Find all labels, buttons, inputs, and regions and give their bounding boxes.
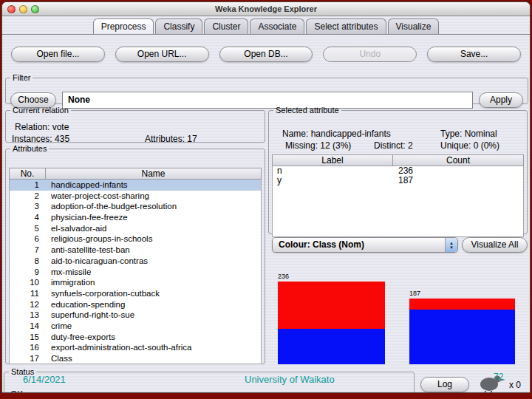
attribute-name: religious-groups-in-schools: [44, 233, 152, 245]
attribute-row[interactable]: 5el-salvador-aid: [10, 223, 261, 234]
attribute-no: 11: [10, 288, 44, 299]
attribute-row[interactable]: 6religious-groups-in-schools: [10, 233, 261, 245]
status-message: OK: [10, 389, 23, 393]
save-button[interactable]: Save...: [427, 47, 521, 62]
attribute-name: duty-free-exports: [44, 332, 115, 343]
attribute-row[interactable]: 14crime: [10, 321, 261, 332]
overlay-university: University of Waikato: [245, 374, 335, 385]
histogram: 236187: [272, 256, 528, 366]
selected-attribute-missing: Missing: 12 (3%): [285, 140, 351, 151]
attributes-section: Attributes No. Name 1handicapped-infants…: [5, 144, 265, 364]
instances-count: Instances: 435: [12, 134, 69, 144]
attribute-name: mx-missile: [44, 267, 91, 278]
attribute-row[interactable]: 1handicapped-infants: [10, 180, 261, 191]
undo-button: Undo: [323, 47, 417, 62]
selected-attribute-type: Type: Nominal: [440, 129, 497, 139]
selected-attribute-legend: Selected attribute: [273, 106, 341, 115]
relation-name: Relation: vote: [15, 122, 69, 132]
attribute-row[interactable]: 4physician-fee-freeze: [10, 212, 261, 223]
label-count-header: Label Count: [272, 154, 524, 166]
attributes-table-header: No. Name: [9, 168, 262, 180]
titlebar[interactable]: Weka Knowledge Explorer: [2, 2, 530, 16]
attribute-name: synfuels-corporation-cutback: [44, 288, 160, 299]
tab-associate[interactable]: Associate: [250, 18, 304, 34]
tab-select-attributes[interactable]: Select attributes: [306, 18, 386, 34]
attribute-no: 10: [10, 277, 44, 288]
selected-attribute-section: Selected attribute Name: handicapped-inf…: [268, 106, 528, 234]
value-count: 187: [394, 176, 413, 185]
open-url-button[interactable]: Open URL...: [115, 47, 209, 62]
attribute-name: physician-fee-freeze: [44, 212, 128, 223]
tab-visualize[interactable]: Visualize: [388, 18, 440, 34]
bar-count-label: 187: [409, 290, 420, 297]
bar-segment-class-blue: [409, 310, 515, 364]
tab-preprocess[interactable]: Preprocess: [93, 18, 154, 34]
attribute-row[interactable]: 16export-administration-act-south-africa: [10, 342, 261, 353]
attribute-row[interactable]: 17Class: [10, 353, 261, 364]
attribute-name: anti-satellite-test-ban: [44, 245, 130, 256]
value-label: n: [273, 166, 394, 176]
attribute-no: 8: [10, 256, 44, 267]
combo-stepper-icon[interactable]: ▲▼: [445, 238, 457, 252]
bar-segment-class-blue: [278, 329, 385, 364]
attribute-no: 7: [10, 245, 44, 256]
overlay-number: 72: [494, 372, 503, 382]
attribute-no: 13: [10, 310, 44, 321]
attributes-list: 1handicapped-infants2water-project-cost-…: [9, 180, 262, 364]
selected-attribute-distinct: Distinct: 2: [374, 140, 413, 151]
attribute-row[interactable]: 15duty-free-exports: [10, 332, 261, 343]
tab-bar: PreprocessClassifyClusterAssociateSelect…: [2, 18, 530, 35]
current-relation-legend: Current relation: [10, 106, 71, 115]
attribute-name: education-spending: [44, 299, 125, 310]
attribute-row[interactable]: 11synfuels-corporation-cutback: [10, 288, 261, 299]
attribute-name: superfund-right-to-sue: [44, 310, 134, 321]
histogram-bar-n: [278, 282, 385, 364]
histogram-bar-y: [409, 299, 515, 364]
window-title: Weka Knowledge Explorer: [2, 2, 530, 16]
attribute-no: 4: [10, 212, 44, 223]
attribute-no: 14: [10, 321, 44, 332]
current-relation-section: Current relation Relation: vote Instance…: [5, 106, 265, 143]
attribute-row[interactable]: 2water-project-cost-sharing: [10, 191, 261, 202]
colour-select[interactable]: Colour: Class (Nom) ▲▼: [272, 237, 458, 253]
overlay-date: 6/14/2021: [23, 374, 66, 385]
selected-attribute-name: Name: handicapped-infants: [282, 129, 391, 139]
attribute-no: 12: [10, 299, 44, 310]
label-count-table: Label Count n236y187: [272, 154, 524, 237]
attribute-name: immigration: [44, 277, 95, 288]
attribute-name: handicapped-infants: [44, 180, 128, 191]
filter-legend: Filter: [10, 73, 33, 82]
attribute-row[interactable]: 9mx-missile: [10, 267, 261, 278]
attribute-name: el-salvador-aid: [44, 223, 106, 234]
colour-select-value: Colour: Class (Nom): [279, 239, 364, 250]
log-counter: x 0: [509, 380, 521, 390]
attribute-row[interactable]: 3adoption-of-the-budget-resolution: [10, 201, 261, 212]
attribute-no: 15: [10, 332, 44, 343]
attribute-no: 5: [10, 223, 44, 234]
column-header-count[interactable]: Count: [392, 154, 524, 166]
attribute-name: Class: [44, 353, 72, 364]
column-header-no[interactable]: No.: [9, 168, 46, 180]
open-db-button[interactable]: Open DB...: [219, 47, 313, 62]
tab-classify[interactable]: Classify: [155, 18, 202, 34]
column-header-name[interactable]: Name: [45, 168, 262, 180]
attribute-row[interactable]: 12education-spending: [10, 299, 261, 310]
attribute-row[interactable]: 10immigration: [10, 277, 261, 288]
visualize-all-button[interactable]: Visualize All: [462, 237, 528, 253]
log-button[interactable]: Log: [420, 377, 469, 392]
attribute-name: water-project-cost-sharing: [44, 191, 149, 202]
column-header-label[interactable]: Label: [272, 154, 393, 166]
attribute-no: 6: [10, 233, 44, 245]
attribute-row[interactable]: 13superfund-right-to-sue: [10, 310, 261, 321]
attribute-row[interactable]: 7anti-satellite-test-ban: [10, 245, 261, 256]
attribute-no: 17: [10, 353, 44, 364]
open-file-button[interactable]: Open file...: [11, 47, 105, 62]
attribute-name: adoption-of-the-budget-resolution: [44, 201, 177, 212]
attribute-name: crime: [44, 321, 72, 332]
bar-count-label: 236: [278, 273, 289, 280]
attribute-row[interactable]: 8aid-to-nicaraguan-contras: [10, 256, 261, 267]
tab-cluster[interactable]: Cluster: [204, 18, 248, 34]
label-count-row[interactable]: y187: [273, 176, 523, 185]
attribute-no: 2: [10, 191, 44, 202]
attributes-table: No. Name 1handicapped-infants2water-proj…: [9, 168, 262, 364]
